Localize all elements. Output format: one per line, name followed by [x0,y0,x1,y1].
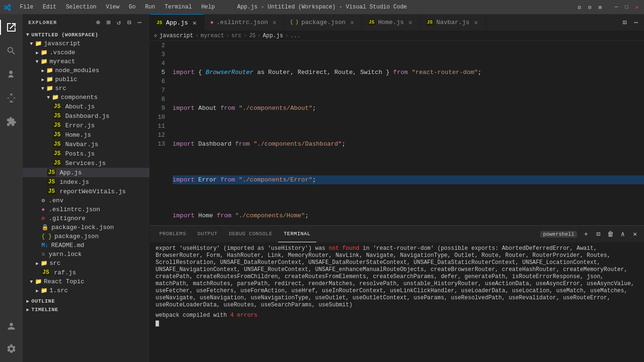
tab-appjs[interactable]: JS App.js ✕ [150,14,205,31]
tree-item-services[interactable]: JS Services.js [23,158,149,168]
terminal-tab[interactable]: TERMINAL [278,226,316,242]
tree-item-vscode[interactable]: ▶ 📁 .vscode [23,48,149,57]
breadcrumb-javascript[interactable]: javascript [159,33,193,39]
menu-go[interactable]: Go [125,3,139,11]
tab-navbarjs[interactable]: JS Navbar.js ✕ [421,14,486,31]
json-icon: { } [41,233,52,240]
kill-terminal-button[interactable]: 🗑 [605,229,616,239]
tab-eslintrc-close[interactable]: ✕ [271,19,278,26]
tree-item-javascript[interactable]: ▶ 📁 javascript [23,39,149,48]
search-activity-icon[interactable] [0,40,23,62]
debug-console-tab[interactable]: DEBUG CONSOLE [223,226,278,242]
tree-item-rafjs[interactable]: JS raf.js [23,268,149,277]
workspace-header[interactable]: ▶ UNTITLED (WORKSPACE) [23,31,149,39]
tree-item-myreact[interactable]: ▶ 📁 myreact [23,57,149,66]
layout-icon[interactable]: ⊡ [576,4,583,10]
tree-item-src2[interactable]: ▶ 📁 src [23,259,149,268]
menu-view[interactable]: View [102,3,123,11]
terminal-error-line: export 'useHistory' (imported as 'useHis… [156,245,638,309]
tree-item-about[interactable]: JS About.js [23,102,149,111]
tab-navbarjs-close[interactable]: ✕ [472,19,480,26]
menu-file[interactable]: File [16,3,37,11]
sidebar: EXPLORER ⊕ ⊞ ↺ ⊟ ⋯ ▶ UNTITLED (WORKSPACE… [23,14,150,362]
code-line-4: import Dashboard from "./components/Dash… [173,140,644,148]
new-terminal-button[interactable]: + [581,229,591,239]
breadcrumb-js[interactable]: JS [249,33,256,39]
extensions-activity-icon[interactable] [0,110,23,133]
breadcrumb-myreact[interactable]: myreact [200,33,224,39]
tab-appjs-close[interactable]: ✕ [191,19,198,26]
tree-item-public[interactable]: ▶ 📁 public [23,75,149,84]
output-tab[interactable]: OUTPUT [192,226,223,242]
source-control-activity-icon[interactable] [0,63,23,86]
split-terminal-button[interactable]: ⊡ [593,229,603,239]
close-terminal-button[interactable]: ✕ [630,229,640,239]
code-content[interactable]: import { BrowserRouter as Router, Redire… [169,41,644,225]
tree-item-node-modules[interactable]: ▶ 📁 node_modules [23,66,149,75]
breadcrumb-appjs[interactable]: App.js [263,33,283,39]
tree-item-1src[interactable]: ▶ 📁 1.src [23,286,149,295]
layout3-icon[interactable]: ⊞ [597,4,603,10]
refresh-button[interactable]: ↺ [115,18,123,27]
workspace-label: UNTITLED (WORKSPACE) [32,32,99,38]
debug-activity-icon[interactable] [0,87,23,109]
tab-packagejson-close[interactable]: ✕ [348,19,356,26]
js-file-icon: JS [47,188,56,195]
tree-item-reportwebvitals[interactable]: JS reportWebVitals.js [23,187,149,196]
problems-tab[interactable]: PROBLEMS [154,226,192,242]
new-file-button[interactable]: ⊕ [94,18,102,27]
sidebar-title: EXPLORER [28,20,57,25]
tree-item-react-topic[interactable]: ▶ 📁 React Topic [23,277,149,286]
tree-item-packagejson[interactable]: { } package.json [23,232,149,241]
tab-packagejson[interactable]: { } package.json ✕ [284,14,362,31]
tree-item-home[interactable]: JS Home.js [23,130,149,140]
tab-homejs-close[interactable]: ✕ [407,19,414,26]
menu-selection[interactable]: Selection [62,3,100,11]
terminal-area: PROBLEMS OUTPUT DEBUG CONSOLE TERMINAL p… [150,225,644,362]
more-actions-button[interactable]: ⋯ [135,18,144,27]
menu-edit[interactable]: Edit [39,3,60,11]
activity-bar [0,14,23,362]
tree-item-readme[interactable]: M↓ README.md [23,241,149,250]
components-folder-icon: 📁 [52,94,59,101]
eslint-icon: ● [41,206,45,213]
outline-section[interactable]: ▶ OUTLINE [23,297,149,305]
tab-eslintrc[interactable]: ● .eslintrc.json ✕ [205,14,284,31]
breadcrumb-dots[interactable]: ... [290,33,301,39]
activity-bar-bottom [0,315,23,360]
maximize-terminal-button[interactable]: ∧ [618,229,628,239]
tree-item-env[interactable]: ⚙ .env [23,196,149,205]
tree-item-yarnlock[interactable]: ≡ yarn.lock [23,250,149,259]
tree-item-navbar[interactable]: JS Navbar.js [23,140,149,149]
tree-item-indexjs[interactable]: JS index.js [23,177,149,187]
split-editor-button[interactable]: ⊡ [619,17,630,28]
tree-item-package-lock[interactable]: 🔒 package-lock.json [23,223,149,232]
collapse-all-button[interactable]: ⊟ [125,18,133,27]
tree-item-dashboard[interactable]: JS Dashboard.js [23,111,149,121]
tree-item-gitignore[interactable]: ⊘ .gitignore [23,214,149,223]
maximize-button[interactable]: □ [623,4,630,10]
editor-area: JS App.js ✕ ● .eslintrc.json ✕ { } packa… [150,14,644,362]
new-folder-button[interactable]: ⊞ [104,18,113,27]
tree-item-components[interactable]: ▶ 📁 components [23,93,149,102]
tree-item-src[interactable]: ▶ 📁 src [23,84,149,93]
explorer-activity-icon[interactable] [0,16,23,39]
tree-item-posts[interactable]: JS Posts.js [23,149,149,158]
close-button[interactable]: ✕ [634,4,640,10]
breadcrumb-src[interactable]: src [231,33,242,39]
more-tabs-button[interactable]: ⋯ [631,17,641,28]
tab-homejs[interactable]: JS Home.js ✕ [362,14,421,31]
tree-item-error[interactable]: JS Error.js [23,121,149,130]
menu-run[interactable]: Run [141,3,159,11]
settings-activity-icon[interactable] [0,337,23,360]
main-layout: EXPLORER ⊕ ⊞ ↺ ⊟ ⋯ ▶ UNTITLED (WORKSPACE… [0,14,644,362]
tree-item-appjs[interactable]: JS App.js [23,168,149,177]
tree-item-eslintrc[interactable]: ● .eslintrc.json [23,205,149,214]
timeline-section[interactable]: ▶ TIMELINE [23,305,149,314]
menu-help[interactable]: Help [198,3,219,11]
account-activity-icon[interactable] [0,315,23,337]
layout2-icon[interactable]: ⊟ [586,4,593,10]
menu-terminal[interactable]: Terminal [161,3,196,11]
terminal-content[interactable]: export 'useHistory' (imported as 'useHis… [150,242,644,362]
minimize-button[interactable]: ─ [613,4,619,10]
